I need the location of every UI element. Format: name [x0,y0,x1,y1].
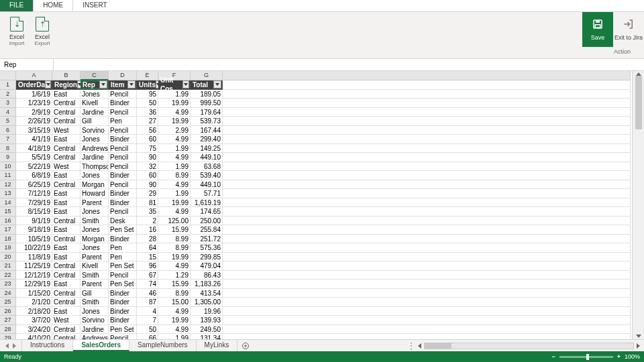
row-header[interactable]: 23 [0,280,16,289]
cell[interactable]: 15.00 [158,298,191,307]
cell[interactable]: Jardine [80,325,109,335]
cell[interactable]: Binder [109,307,137,316]
cell[interactable]: 56 [137,126,158,135]
sheet-tab-samplenumbers[interactable]: SampleNumbers [129,340,196,351]
filter-button[interactable] [213,80,221,88]
cell[interactable]: 149.25 [191,144,223,154]
row-header[interactable]: 8 [0,144,16,154]
cell[interactable]: East [52,189,80,198]
cell[interactable]: Central [52,144,80,154]
cell[interactable]: Binder [109,99,137,108]
filter-button[interactable] [182,80,189,88]
cell[interactable]: Gill [80,289,109,298]
cell[interactable]: West [52,126,80,135]
hscroll-track[interactable] [424,343,634,349]
row-header[interactable]: 11 [0,171,16,180]
cell[interactable]: 4.99 [158,135,191,144]
cell[interactable]: 539.40 [191,171,223,180]
cell[interactable]: 1,619.19 [191,198,223,208]
zoom-in-button[interactable]: + [617,353,621,360]
cell[interactable]: 125.00 [158,217,191,226]
cell[interactable]: 29 [137,189,158,198]
cell[interactable]: 46 [137,289,158,298]
cell[interactable]: 179.64 [191,108,223,117]
cell[interactable]: 81 [137,198,158,208]
cell[interactable]: 5/5/19 [16,153,52,162]
cell[interactable]: 1/15/20 [16,289,52,298]
cell[interactable]: Jones [80,307,109,316]
cell[interactable]: 174.65 [191,207,223,217]
column-header-E[interactable]: E [137,71,158,80]
cell[interactable]: 1/23/19 [16,99,52,108]
cell[interactable]: Jardine [80,153,109,162]
cell[interactable]: Jones [80,135,109,144]
filter-button[interactable] [127,80,136,88]
cell[interactable]: 19.96 [191,307,223,316]
cell[interactable]: 95 [137,90,158,99]
cell[interactable]: 7/29/19 [16,198,52,208]
cell[interactable]: Central [52,180,80,190]
hscroll-thumb[interactable] [425,343,451,349]
cell[interactable]: 4/10/20 [16,334,52,339]
cell[interactable]: 75 [137,144,158,154]
cell[interactable]: West [52,316,80,325]
cell[interactable]: 299.85 [191,253,223,262]
column-header-B[interactable]: B [52,71,80,80]
row-header[interactable]: 4 [0,108,16,117]
cell[interactable]: Pencil [109,153,137,162]
cell[interactable]: 1/6/19 [16,90,52,99]
cell[interactable]: 4.99 [158,325,191,335]
cell[interactable]: Pen [109,243,137,253]
cell[interactable]: Pencil [109,162,137,172]
spreadsheet-grid[interactable]: ABCDEFG 1 OrderDaRegionRepItemUnitsUnit … [0,71,631,339]
cell[interactable]: 12/29/19 [16,280,52,289]
cell[interactable]: 575.36 [191,243,223,253]
cell[interactable]: 28 [137,235,158,244]
cell[interactable]: Central [52,99,80,108]
cell[interactable]: 6/25/19 [16,180,52,190]
tab-home[interactable]: HOME [33,0,73,11]
cell[interactable]: Parent [80,198,109,208]
cell[interactable]: 250.00 [191,217,223,226]
cell[interactable]: Pen [109,253,137,262]
cell[interactable]: 251.72 [191,235,223,244]
cell[interactable]: 90 [137,153,158,162]
cell[interactable]: 10/22/19 [16,243,52,253]
row-header[interactable]: 24 [0,289,16,298]
column-header-A[interactable]: A [16,71,52,80]
tab-insert[interactable]: INSERT [73,0,117,11]
row-header[interactable]: 12 [0,180,16,190]
sheet-tab-salesorders[interactable]: SalesOrders [73,340,129,351]
cell[interactable]: 96 [137,261,158,271]
cell[interactable]: Binder [109,298,137,307]
cell[interactable]: Morgan [80,180,109,190]
cell[interactable]: Jones [80,243,109,253]
row-header[interactable]: 5 [0,117,16,126]
cell[interactable]: 2/9/19 [16,108,52,117]
row-header[interactable]: 2 [0,90,16,99]
cell[interactable]: Smith [80,217,109,226]
cell[interactable]: 4.99 [158,108,191,117]
cell[interactable]: Kivell [80,261,109,271]
cell[interactable]: 57.71 [191,189,223,198]
vertical-scrollbar[interactable] [632,71,644,339]
cell[interactable]: 4.99 [158,307,191,316]
cell[interactable]: Morgan [80,235,109,244]
cell[interactable]: Pencil [109,90,137,99]
cell[interactable]: 9/1/19 [16,217,52,226]
cell[interactable]: 64 [137,243,158,253]
cell[interactable]: 1,183.26 [191,280,223,289]
cell[interactable]: 2.99 [158,126,191,135]
cell[interactable]: 50 [137,325,158,335]
sheet-nav-next[interactable] [13,343,16,349]
cell[interactable]: East [52,90,80,99]
cell[interactable]: 131.34 [191,334,223,339]
hscroll-left[interactable] [418,343,421,349]
cell[interactable]: Andrews [80,144,109,154]
cell[interactable]: Jones [80,225,109,235]
row-header[interactable]: 3 [0,99,16,108]
cell[interactable]: 449.10 [191,153,223,162]
cell[interactable]: 1.99 [158,162,191,172]
cell[interactable]: 413.54 [191,289,223,298]
cell[interactable]: Jones [80,90,109,99]
